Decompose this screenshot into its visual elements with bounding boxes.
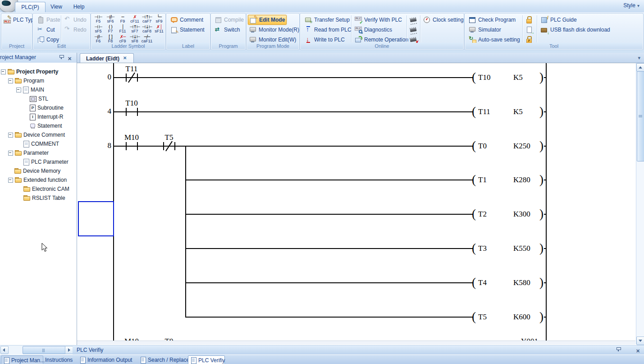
tab-list-chevron-icon[interactable]	[638, 55, 640, 61]
ladder-selection-cursor[interactable]	[78, 201, 114, 236]
contact-label[interactable]: M10	[120, 133, 143, 142]
close-icon[interactable]	[67, 54, 74, 61]
page-export-button[interactable]	[525, 25, 535, 34]
ribbon-tab-plc[interactable]: PLC(P)	[15, 2, 46, 12]
tree-item-electronic-cam[interactable]: Electronic CAM	[0, 185, 77, 193]
collapse-icon[interactable]	[8, 78, 13, 83]
tab-ladder-edit[interactable]: Ladder (Eidt)	[80, 53, 134, 63]
tree-item-project-property[interactable]: Project Property	[0, 68, 77, 76]
scroll-left-button[interactable]	[0, 346, 9, 354]
scroll-right-button[interactable]	[65, 346, 73, 354]
compile-button[interactable]: Compile	[213, 15, 245, 24]
ladder-symbol-rising-pulse-button[interactable]: ⊣↑⊢sF7	[129, 25, 141, 34]
coil-device[interactable]: T3	[478, 244, 487, 253]
coil-device[interactable]: T2	[478, 210, 487, 219]
scrollbar-thumb[interactable]	[23, 346, 66, 354]
read-from-plc-button[interactable]: Read from PLC	[303, 25, 353, 34]
coil-device[interactable]: T5	[478, 313, 487, 322]
scroll-up-button[interactable]	[636, 63, 644, 72]
coil-value[interactable]: K580	[513, 278, 530, 287]
ladder-symbol-delete-button[interactable]: ✗cF11	[129, 15, 141, 24]
collapse-icon[interactable]	[1, 69, 6, 74]
tree-item-device-comment[interactable]: Device Comment	[0, 131, 77, 139]
usb-download-button[interactable]: USB flash disk download	[539, 25, 612, 34]
statement-button[interactable]: Statement	[169, 25, 206, 34]
tree-item-subroutine[interactable]: Subroutine	[0, 104, 77, 112]
ladder-symbol-vertical-line-button[interactable]: └─sF9	[153, 15, 165, 24]
tree-item-device-memory[interactable]: Device Memory	[0, 167, 77, 175]
editor-horizontal-scrollbar[interactable]	[77, 341, 635, 345]
coil-value[interactable]: K280	[513, 175, 530, 184]
contact-label[interactable]: T5	[158, 133, 180, 142]
close-icon[interactable]	[635, 346, 643, 354]
editor-vertical-scrollbar[interactable]	[636, 63, 644, 344]
ribbon-tab-help[interactable]: Help	[69, 2, 89, 12]
tree-item-statement[interactable]: Statement	[0, 122, 77, 130]
ladder-symbol-vertical-wire-button[interactable]: │F11	[117, 25, 128, 34]
ladder-editor[interactable]: 0 T11 T10 K5 4 T10 T11 K5 8 M10 T5 T0	[77, 63, 635, 345]
comment-button[interactable]: Comment	[169, 15, 205, 24]
simulator-button[interactable]: Simulator	[467, 25, 502, 34]
memory-chip-button-1[interactable]	[408, 15, 419, 24]
coil-device[interactable]: T11	[478, 107, 490, 116]
ribbon-tab-view[interactable]: View	[46, 2, 67, 12]
tree-item-comment[interactable]: COMMENT	[0, 140, 77, 148]
tree-item-parameter[interactable]: Parameter	[0, 149, 77, 157]
contact-label[interactable]: T11	[120, 65, 143, 74]
ladder-symbol-delete-vertical-button[interactable]: ✗│sF11	[153, 25, 165, 34]
ladder-symbol-parallel-open-contact-button[interactable]: ⊣ ⊢sF5	[92, 25, 104, 34]
coil-value[interactable]: K5	[513, 73, 523, 82]
tree-item-plc-parameter[interactable]: PLC Parameter	[0, 158, 77, 166]
clock-setting-button[interactable]: Clock setting	[422, 15, 465, 24]
contact-label[interactable]: T10	[120, 99, 143, 108]
tree-item-interrupt[interactable]: Interrupt-R	[0, 113, 77, 121]
coil-value[interactable]: K5	[513, 107, 523, 116]
memory-chip-button-2[interactable]	[408, 25, 419, 34]
collapse-icon[interactable]	[8, 151, 13, 156]
ladder-symbol-horizontal-line-button[interactable]: ─F9	[117, 15, 128, 24]
collapse-icon[interactable]	[16, 88, 21, 92]
ladder-symbol-open-contact-button[interactable]: ⊣ ⊢F5	[92, 15, 104, 24]
edit-mode-button[interactable]: Edit Mode	[248, 15, 287, 25]
taskbar-tab-information-output[interactable]: Information Output	[78, 355, 136, 364]
paste-button[interactable]: Paste	[36, 15, 62, 24]
pin-icon[interactable]	[58, 54, 65, 61]
coil-device[interactable]: T4	[478, 278, 487, 287]
transfer-setup-button[interactable]: Transfer Setup	[303, 15, 351, 24]
pin-icon[interactable]	[615, 346, 622, 354]
tree-horizontal-scrollbar[interactable]	[0, 345, 73, 355]
taskbar-tab-project-manager[interactable]: Project Man...	[1, 355, 43, 364]
coil-device[interactable]: T10	[478, 73, 490, 82]
coil-value[interactable]: K300	[513, 210, 530, 219]
check-program-button[interactable]: Check Program	[467, 15, 517, 24]
taskbar-tab-search-replace[interactable]: Search / Replace	[138, 355, 187, 364]
scrollbar-thumb[interactable]	[637, 71, 644, 161]
ladder-symbol-coil-button[interactable]: ( )F7	[105, 25, 116, 34]
diagnostics-button[interactable]: Diagnostics	[353, 25, 393, 34]
taskbar-tab-plc-verify[interactable]: PLC Verifiy	[188, 355, 225, 364]
tree-item-program[interactable]: Program	[0, 77, 77, 85]
tree-item-main[interactable]: MAIN	[0, 86, 77, 94]
coil-device[interactable]: T0	[478, 142, 487, 151]
cut-button[interactable]: Cut	[36, 25, 56, 34]
coil-value[interactable]: K250	[513, 142, 530, 151]
collapse-icon[interactable]	[8, 133, 13, 138]
undo-button[interactable]: Undo	[63, 15, 88, 24]
ladder-symbol-parallel-closed-contact-button[interactable]: ⊣/⊢sF6	[105, 15, 116, 24]
scroll-down-button[interactable]	[636, 336, 644, 345]
plc-guide-button[interactable]: PLC Guide	[539, 15, 578, 24]
tab-close-icon[interactable]	[122, 55, 128, 62]
coil-value[interactable]: K550	[513, 244, 530, 253]
lock-button[interactable]	[525, 15, 534, 24]
collapse-icon[interactable]	[8, 178, 13, 183]
coil-value[interactable]: K600	[513, 313, 530, 322]
redo-button[interactable]: Redo	[63, 25, 88, 34]
monitor-mode-button[interactable]: Monitor Mode(R)	[248, 25, 301, 34]
taskbar-tab-instructions[interactable]: Instructions	[43, 355, 77, 364]
coil-device[interactable]: T1	[478, 175, 487, 184]
tree-item-extended-function[interactable]: Extended function	[0, 176, 77, 184]
switch-button[interactable]: Switch	[213, 25, 241, 34]
verify-with-plc-button[interactable]: Verify With PLC	[353, 15, 403, 24]
style-menu-button[interactable]: Style	[623, 2, 639, 9]
ladder-symbol-parallel-falling-pulse-button[interactable]: ⊣↓⊢caF8	[141, 25, 153, 34]
